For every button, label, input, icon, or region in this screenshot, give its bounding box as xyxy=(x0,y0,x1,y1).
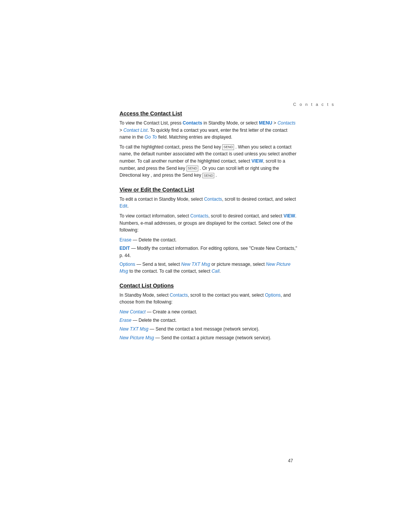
clo-options-link[interactable]: Options xyxy=(265,292,280,298)
clo-contacts-link[interactable]: Contacts xyxy=(170,292,188,298)
clo-option4-text: — Send the contact a picture message (ne… xyxy=(154,335,271,340)
page-number: 47 xyxy=(288,458,293,463)
section-header: C o n t a c t s xyxy=(293,102,335,107)
access-para1-text6: field. Matching entries are displayed. xyxy=(157,134,232,140)
ve-options-link[interactable]: Options xyxy=(119,262,135,267)
access-para1: To view the Contact List, press Contacts… xyxy=(119,120,298,141)
section-access-title: Access the Contact List xyxy=(119,110,298,117)
ve-para2-text1: To view contact information, select xyxy=(119,213,190,219)
ve-erase-link[interactable]: Erase xyxy=(119,237,131,243)
ve-option3-text1: — Send a text, select xyxy=(135,262,181,267)
ve-call-link[interactable]: Call xyxy=(212,268,220,274)
ve-option3-text2: or picture message, select xyxy=(210,262,266,267)
section-view-edit-title: View or Edit the Contact List xyxy=(119,187,298,193)
section-access: Access the Contact List To view the Cont… xyxy=(119,110,298,179)
clo-option3: New TXT Msg — Send the contact a text me… xyxy=(119,326,298,333)
access-para1-text3: > xyxy=(272,120,278,126)
ve-new-txt-link[interactable]: New TXT Msg xyxy=(181,262,210,267)
ve-edit-opt-link[interactable]: EDIT xyxy=(119,246,130,251)
ve-edit-link[interactable]: Edit xyxy=(119,203,127,209)
send-key-3: SEND xyxy=(202,173,214,179)
ve-option1: Erase — Delete the contact. xyxy=(119,236,298,244)
clo-new-txt-link[interactable]: New TXT Msg xyxy=(119,326,148,332)
ve-view-link[interactable]: VIEW xyxy=(284,213,295,219)
ve-option3-text4: . xyxy=(220,268,221,274)
ve-contacts-link[interactable]: Contacts xyxy=(204,197,222,202)
clo-new-contact-link[interactable]: New Contact xyxy=(119,309,146,315)
ve-para1-text1: To edit a contact in Standby Mode, selec… xyxy=(119,197,204,202)
ve-para1-text2: , scroll to desired contact, and select xyxy=(222,197,296,202)
clo-option2: Erase — Delete the contact. xyxy=(119,317,298,324)
clo-option1-text: — Create a new contact. xyxy=(146,309,197,315)
clo-new-pic-link[interactable]: New Picture Msg xyxy=(119,335,154,340)
access-para2-text5: . xyxy=(214,173,217,178)
access-contacts-link[interactable]: Contacts xyxy=(183,120,202,126)
clo-para1: In Standby Mode, select Contacts, scroll… xyxy=(119,292,298,306)
send-key-2: SEND xyxy=(186,166,198,171)
view-edit-para1: To edit a contact in Standby Mode, selec… xyxy=(119,196,298,210)
clo-option2-text: — Delete the contact. xyxy=(131,318,177,323)
ve-para2-text2: , scroll to desired contact, and select xyxy=(208,213,283,219)
access-view-link[interactable]: VIEW xyxy=(252,158,263,164)
ve-option1-text: — Delete the contact. xyxy=(131,237,177,243)
clo-erase-link[interactable]: Erase xyxy=(119,318,131,323)
ve-option3: Options — Send a text, select New TXT Ms… xyxy=(119,261,298,275)
access-para1-text4: > xyxy=(119,128,123,133)
section-view-edit: View or Edit the Contact List To edit a … xyxy=(119,187,298,275)
access-goto-link[interactable]: Go To xyxy=(145,134,157,140)
send-key-1: SEND xyxy=(222,144,234,150)
ve-option2-text: — Modify the contact information. For ed… xyxy=(119,246,297,258)
ve-para1-text3: . xyxy=(127,203,129,209)
access-para2-text1: To call the highlighted contact, press t… xyxy=(119,144,222,150)
access-para1-text1: To view the Contact List, press xyxy=(119,120,183,126)
access-contact-list-link[interactable]: Contact List xyxy=(123,128,147,133)
access-contacts2-link[interactable]: Contacts xyxy=(277,120,295,126)
clo-para1-text2: , scroll to the contact you want, select xyxy=(188,292,265,298)
section-clo-title: Contact List Options xyxy=(119,283,298,289)
ve-contacts2-link[interactable]: Contacts xyxy=(190,213,208,219)
content-area: Access the Contact List To view the Cont… xyxy=(119,110,298,349)
access-para1-text2: in Standby Mode, or select xyxy=(202,120,259,126)
clo-option4: New Picture Msg — Send the contact a pic… xyxy=(119,334,298,342)
ve-option2: EDIT — Modify the contact information. F… xyxy=(119,245,298,259)
access-menu-link[interactable]: MENU xyxy=(259,120,272,126)
clo-option1: New Contact — Create a new contact. xyxy=(119,308,298,316)
page: C o n t a c t s Access the Contact List … xyxy=(0,0,411,532)
clo-option3-text: — Send the contact a text message (netwo… xyxy=(148,326,259,332)
access-para2: To call the highlighted contact, press t… xyxy=(119,144,298,179)
ve-option3-text3: to the contact. To call the contact, sel… xyxy=(128,268,212,274)
section-contact-list-options: Contact List Options In Standby Mode, se… xyxy=(119,283,298,342)
clo-para1-text1: In Standby Mode, select xyxy=(119,292,170,298)
view-edit-para2: To view contact information, select Cont… xyxy=(119,212,298,234)
